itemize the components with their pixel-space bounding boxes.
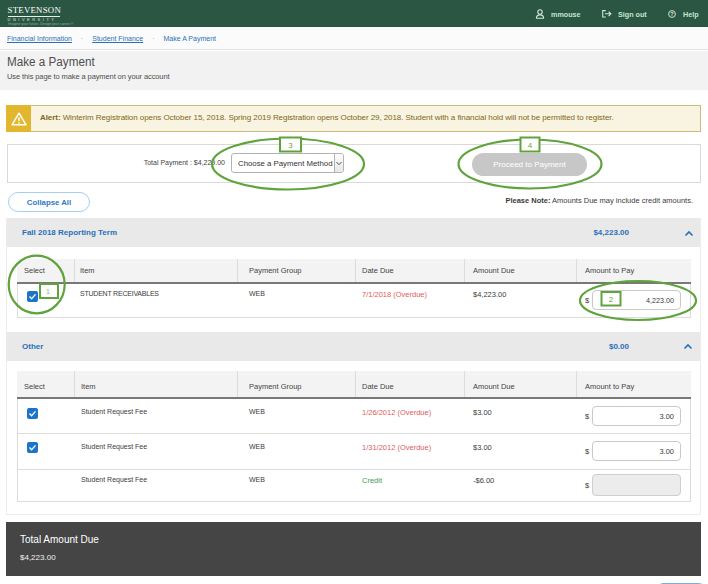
svg-text:?: ? [670,11,674,17]
